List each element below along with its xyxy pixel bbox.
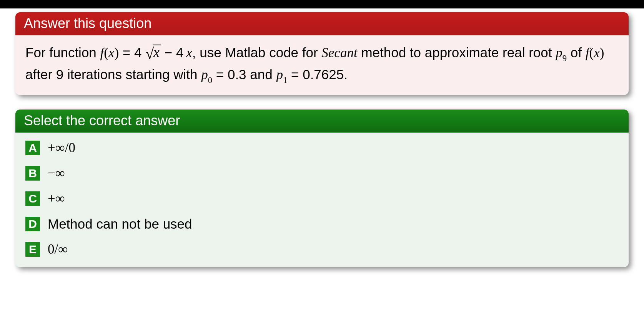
option-a[interactable]: A +∞/0 [25,140,619,156]
q-p1: p [276,67,283,82]
q-x2: x [186,45,192,60]
q-p0-sub: 0 [208,75,212,85]
q-minus: − 4 [161,45,183,60]
q-after: after 9 iterations starting with [25,67,201,82]
option-key-b: B [25,166,40,181]
question-body: For function f(x) = 4 √x − 4 x, use Matl… [15,35,629,95]
option-d[interactable]: D Method can not be used [25,216,619,232]
option-key-d: D [25,217,40,231]
slide-content: Answer this question For function f(x) =… [0,8,644,267]
answers-header: Select the correct answer [15,110,629,133]
question-header: Answer this question [15,12,629,35]
q-eq3: = 0.7625. [287,67,348,82]
q-lp2: ( [589,45,594,60]
option-key-a: A [25,141,40,155]
q-rparen: ) [114,45,119,60]
q-lparen: ( [104,45,108,60]
q-p9-sub: 9 [562,53,567,63]
q-eq2: = 0.3 and [212,67,276,82]
q-eq1: = 4 [119,45,141,60]
sqrt-icon: √x [145,45,161,60]
option-key-e: E [25,242,40,257]
option-b[interactable]: B −∞ [25,166,619,181]
q-method: method to approximate real root [358,45,556,60]
q-x3: x [594,45,600,60]
q-of: of [567,45,586,60]
answers-block: Select the correct answer A +∞/0 B −∞ C … [15,110,629,267]
question-block: Answer this question For function f(x) =… [15,12,629,95]
option-text-c: +∞ [48,191,65,206]
q-rp2: ) [600,45,604,60]
top-black-bar [0,0,644,8]
q-p1-sub: 1 [283,75,287,85]
q-sqrt-arg: x [153,45,161,60]
q-text: For function [25,45,100,60]
option-text-d: Method can not be used [48,216,192,232]
q-x: x [108,45,115,60]
q-mid: , use Matlab code for [192,45,322,60]
option-text-a: +∞/0 [48,140,75,156]
option-key-c: C [25,191,40,206]
option-e[interactable]: E 0/∞ [25,242,619,257]
option-c[interactable]: C +∞ [25,191,619,206]
q-p0: p [201,67,208,82]
answers-body: A +∞/0 B −∞ C +∞ D Method can not be use… [15,133,629,267]
option-text-e: 0/∞ [48,242,68,257]
q-p9: p [556,45,562,60]
option-text-b: −∞ [48,166,65,181]
q-f2: f [586,45,589,60]
q-secant: Secant [321,45,357,60]
q-f: f [100,45,104,60]
